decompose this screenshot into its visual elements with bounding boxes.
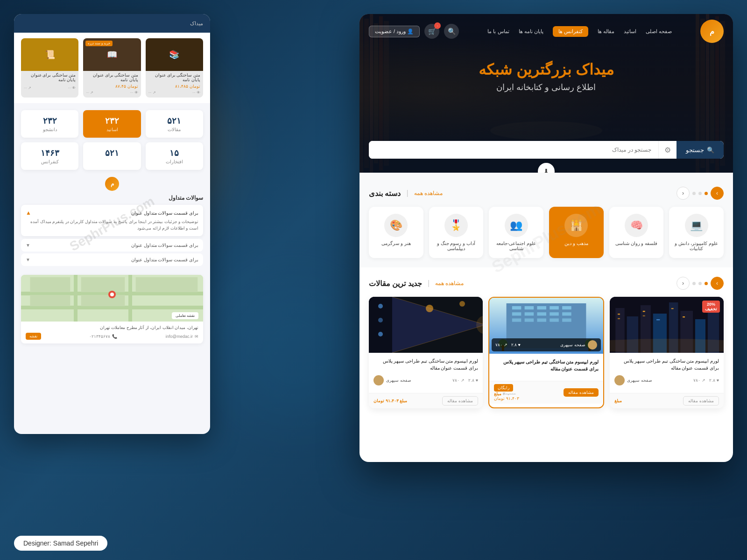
search-submit-btn[interactable]: 🔍 جستجو: [677, 141, 724, 159]
svg-point-78: [378, 304, 383, 308]
svg-rect-54: [562, 312, 571, 315]
category-cards: 💻 علوم کامپیوتر، دانش و کتابیات 🧠 فلسفه …: [369, 207, 724, 258]
thesis-card-img-1: 📚: [146, 38, 203, 71]
cat-icon-computer: 💻: [685, 214, 708, 237]
article-2-overlay: صفحه سپهری ♥ ۲.۸ ↗ ۷۸۰: [492, 338, 601, 351]
stat-students-label: دانشجو: [27, 127, 73, 132]
designer-credit: Designer: Samad Sepehri: [14, 536, 107, 551]
category-war[interactable]: 🎖️ آداب و رسوم جنگ و دیپلماسی: [429, 207, 484, 258]
category-religion[interactable]: 🕌 مذهب و دین: [549, 207, 604, 258]
article-card-1[interactable]: 20%تخفیف: [610, 297, 724, 408]
stat-articles-label: مقالات: [151, 127, 197, 132]
faq-q-2: برای قسمت سوالات متداول عنوان: [131, 243, 198, 248]
views-count-3: ۷۸۰: [452, 378, 459, 383]
stats-section: ۵۲۱ مقالات ۲۳۲ اساتید ۲۳۲ دانشجو ۱۵ افتخ…: [14, 103, 210, 177]
svg-rect-51: [525, 312, 534, 315]
stat-professors: ۲۳۲ اساتید: [83, 110, 141, 138]
nav-search-btn[interactable]: 🔍: [444, 24, 459, 39]
faq-item-2[interactable]: برای قسمت سوالات متداول عنوان ▼: [21, 239, 203, 252]
blob-2: [224, 280, 364, 420]
art-next-btn[interactable]: ›: [711, 277, 724, 290]
faq-content-1: توضیحات و جزئیات بیشتر در اینجا برای پاس…: [26, 219, 198, 231]
article-views-3: ↗ ۷۸۰: [452, 378, 465, 383]
categories-title: دسته بندی: [369, 189, 401, 198]
thesis-share-2[interactable]: ↗ ···: [86, 91, 93, 95]
article-cards: 20%تخفیف: [369, 297, 724, 408]
cat-dot-3[interactable]: [705, 192, 708, 195]
nav-professors[interactable]: اساتید: [624, 28, 636, 35]
cat-icon-war: 🎖️: [444, 214, 468, 237]
category-art[interactable]: 🎨 هنر و سرگرمی: [369, 207, 423, 258]
article-card-2[interactable]: صفحه سپهری ♥ ۲.۸ ↗ ۷۸۰ لورم ایپسوم متن س…: [488, 297, 604, 408]
map-button[interactable]: نقشه: [26, 333, 41, 340]
faq-logo: م: [21, 177, 203, 191]
svg-rect-40: [683, 316, 685, 317]
cat-next-btn[interactable]: ›: [711, 187, 724, 200]
art-dot-2[interactable]: [698, 282, 702, 285]
faq-arrow-3[interactable]: ▼: [26, 257, 30, 262]
categories-see-all[interactable]: مشاهده همه: [414, 190, 443, 196]
nav-login-btn[interactable]: 👤 ورود / عضویت: [369, 26, 420, 37]
svg-point-11: [110, 293, 114, 296]
nav-home[interactable]: صفحه اصلی: [646, 28, 672, 35]
svg-point-67: [426, 305, 433, 312]
read-more-btn-3[interactable]: مشاهده مقاله: [442, 396, 478, 406]
art-dot-3[interactable]: [705, 282, 708, 285]
thesis-card-1[interactable]: 📚 متن ساختگی برای عنوان پایان نامه تومان…: [146, 38, 203, 98]
thesis-card-2[interactable]: خرید و سند ذرره 📖 متن ساختگی برای عنوان …: [83, 38, 141, 98]
share-icon-3: ↗: [461, 378, 465, 383]
article-stats-3: ♥ ۲.۸ ↗ ۷۸۰: [452, 378, 478, 383]
article-likes-1: ♥ ۲.۸: [709, 378, 719, 383]
map-contact-row: ✉ info@medac.ir 📞 ۰۲۱۳۴۵۶۷۸ نقشه: [26, 333, 198, 340]
nav-thesis[interactable]: پایان نامه ها: [519, 28, 543, 35]
overlay-stats: ♥ ۲.۸ ↗ ۷۸۰: [495, 343, 521, 347]
search-filter-btn[interactable]: ⚙: [658, 141, 677, 159]
overlay-likes: ♥ ۲.۸: [511, 343, 521, 347]
art-dot-1[interactable]: [692, 282, 696, 285]
svg-rect-36: [643, 311, 645, 312]
nav-contact[interactable]: تماس با ما: [487, 28, 509, 35]
nav-logo[interactable]: م: [700, 20, 724, 43]
svg-rect-8: [30, 295, 70, 306]
faq-arrow-2[interactable]: ▼: [26, 243, 30, 248]
svg-rect-56: [525, 318, 534, 322]
phone-text: ۰۲۱۳۴۵۶۷۸: [89, 334, 110, 339]
cat-dot-2[interactable]: [698, 192, 702, 195]
category-social[interactable]: 👥 علوم اجتماعی-جامعه شناسی: [489, 207, 543, 258]
thesis-card-title-3: متن ساختگی برای عنوان پایان نامه: [21, 71, 78, 84]
svg-rect-9: [81, 295, 125, 306]
faq-section: م سوالات متداول برای قسمت سوالات متداول …: [14, 177, 210, 275]
map-container: نقشه تعاملی تهران، میدان انقلاب ایران، ا…: [21, 275, 203, 343]
svg-rect-5: [30, 277, 70, 292]
art-prev-btn[interactable]: ‹: [677, 277, 690, 290]
heart-icon-1: ♥: [717, 378, 719, 383]
cat-prev-btn[interactable]: ‹: [677, 187, 690, 200]
read-more-btn-1[interactable]: مشاهده مقاله: [683, 396, 719, 406]
article-img-2: صفحه سپهری ♥ ۲.۸ ↗ ۷۸۰: [489, 298, 603, 354]
faq-q-3: برای قسمت سوالات متداول عنوان: [131, 257, 198, 262]
category-psychology[interactable]: 🧠 فلسفه و روان شناسی: [609, 207, 664, 258]
cat-dot-1[interactable]: [692, 192, 696, 195]
thesis-card-3[interactable]: 📜 متن ساختگی برای عنوان پایان نامه 👁 ···…: [21, 38, 78, 98]
original-price-2: ۲۰،۰۰۰: [503, 392, 516, 396]
article-card-3[interactable]: لورم ایپسوم متن ساختگی تیم طراحی سپهر پل…: [369, 297, 483, 408]
nav-conferences[interactable]: کنفرانس ها: [553, 26, 588, 37]
map-info: تهران، میدان انقلاب ایران، از آثار مطرح …: [21, 322, 203, 343]
search-input[interactable]: [369, 141, 658, 159]
svg-rect-58: [550, 318, 559, 322]
thesis-share-3[interactable]: ↗ ···: [24, 86, 31, 90]
price-label-2: مبلغ: [494, 392, 501, 396]
faq-item-3[interactable]: برای قسمت سوالات متداول عنوان ▼: [21, 253, 203, 266]
articles-see-all[interactable]: مشاهده همه: [435, 280, 464, 287]
read-more-btn-2[interactable]: مشاهده مقاله: [564, 388, 599, 397]
thesis-card-actions-1: 👁 ··· ↗ ···: [146, 91, 203, 98]
category-computer[interactable]: 💻 علوم کامپیوتر، دانش و کتابیات: [669, 207, 724, 258]
faq-arrow-1[interactable]: ▲: [26, 210, 31, 216]
faq-item-expanded[interactable]: برای قسمت سوالات متداول عنوان ▲ توضیحات …: [21, 205, 203, 236]
thesis-share-1[interactable]: ↗ ···: [148, 91, 156, 95]
nav-cart-btn[interactable]: 🛒 ۰: [424, 24, 439, 39]
overlay-author: صفحه سپهری: [560, 340, 597, 350]
svg-rect-55: [512, 318, 521, 322]
author-name-3: صفحه سپهری: [386, 378, 411, 383]
nav-articles[interactable]: مقاله ها: [598, 28, 614, 35]
